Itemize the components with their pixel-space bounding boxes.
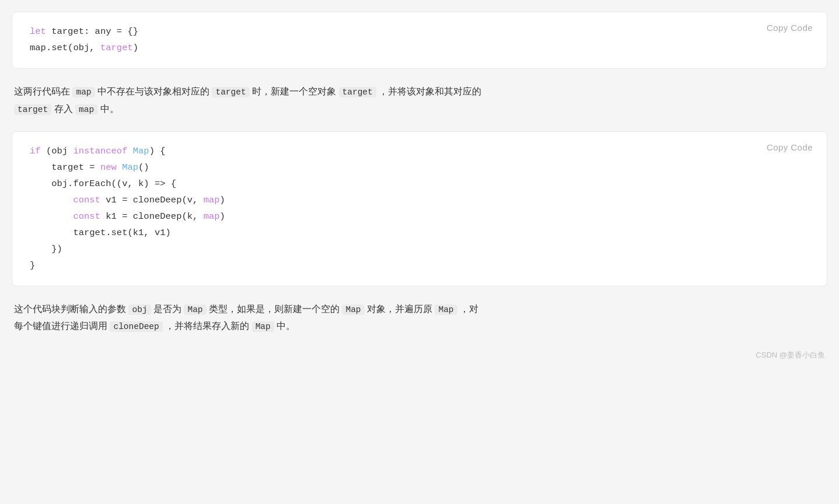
paragraph-1: 这两行代码在 map 中不存在与该对象相对应的 target 时，新建一个空对象… — [12, 83, 827, 118]
watermark: CSDN @姜香小白鱼 — [12, 349, 827, 362]
inline-code-target-1: target — [212, 87, 249, 97]
inline-code-map-type: Map — [184, 304, 206, 315]
inline-code-map-result: Map — [252, 321, 274, 332]
inline-code-clonedeep: cloneDeep — [110, 321, 162, 332]
inline-code-map-1: map — [72, 87, 95, 97]
inline-code-map-orig: Map — [435, 304, 457, 315]
paragraph-2: 这个代码块判断输入的参数 obj 是否为 Map 类型，如果是，则新建一个空的 … — [12, 300, 827, 335]
inline-code-obj: obj — [128, 304, 151, 315]
page-wrapper: Copy Code let target: any = {} map.set(o… — [12, 12, 827, 362]
copy-code-button-1[interactable]: Copy Code — [767, 23, 813, 33]
code-content-1: let target: any = {} map.set(obj, target… — [30, 24, 809, 57]
code-block-1: Copy Code let target: any = {} map.set(o… — [12, 12, 827, 69]
inline-code-map-new: Map — [342, 304, 364, 315]
copy-code-button-2[interactable]: Copy Code — [767, 142, 813, 152]
code-block-2: Copy Code if (obj instanceof Map) { targ… — [12, 131, 827, 286]
inline-code-target-3: target — [14, 104, 51, 115]
inline-code-map-2: map — [75, 104, 97, 115]
code-content-2: if (obj instanceof Map) { target = new M… — [30, 144, 809, 274]
inline-code-target-2: target — [339, 87, 376, 97]
